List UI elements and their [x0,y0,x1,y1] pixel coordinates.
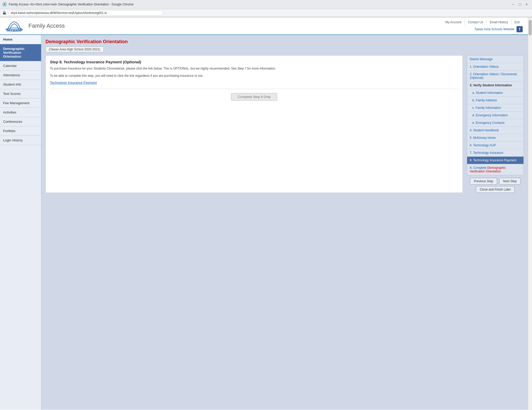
sidebar-item-activities[interactable]: Activities [0,108,41,117]
restore-button[interactable]: □ [517,2,523,7]
content-box: Step 8. Technology Insurance Payment (Op… [45,55,463,193]
school-website-link[interactable]: Tawas Area Schools Website [474,27,514,31]
facebook-icon[interactable]: f [516,26,523,32]
complete-step-button[interactable]: Complete Step 8 Only [231,93,277,101]
left-sidebar: Home Demographic Verification Orientatio… [0,35,41,410]
page-title: Demographic Verification Orientation [45,39,524,44]
address-bar-input[interactable] [8,10,163,16]
step-title: Step 8. Technology Insurance Payment (Op… [50,60,458,64]
skyward-logo: SKYWARD [5,20,23,32]
contact-us-link[interactable]: Contact Us [465,19,486,25]
my-account-link[interactable]: My Account [442,19,465,25]
header-nav-links: My Account Contact Us Email History Exit [442,19,523,25]
right-item-emergency-contacts[interactable]: e. Emergency Contacts [467,119,523,127]
right-item-student-handbook[interactable]: 4. Student Handbook [467,127,523,134]
minimize-button[interactable]: − [510,2,516,7]
right-item-tech-insurance-payment[interactable]: 8. Technology Insurance Payment [467,157,523,164]
sidebar-item-test-scores[interactable]: Test Scores [0,89,41,98]
right-item-family-address[interactable]: b. Family Address [467,97,523,104]
sidebar-item-attendance[interactable]: Attendance [0,71,41,80]
right-item-orientation-docs[interactable]: 2. Orientation Videos / Documents (Optio… [467,71,523,82]
right-sidebar: District Message 1. Orientation Videos 2… [467,55,524,193]
sidebar-item-calendar[interactable]: Calendar [0,61,41,71]
right-item-complete-plain: 9. Complete [470,166,487,170]
right-item-orientation-videos[interactable]: 1. Orientation Videos [467,63,523,71]
sidebar-item-login-history[interactable]: Login History [0,136,41,145]
right-item-tech-insurance[interactable]: 7. Technology Insurance [467,149,523,157]
right-item-emergency-info[interactable]: d. Emergency Information [467,112,523,119]
exit-link[interactable]: Exit [511,19,523,25]
right-item-family-info[interactable]: c. Family Information [467,104,523,112]
previous-step-button[interactable]: Previous Step [470,178,497,185]
sidebar-item-fee-management[interactable]: Fee Management [0,98,41,108]
right-item-student-info[interactable]: a. Student Information [467,89,523,97]
sidebar-item-student-info[interactable]: Student Info [0,80,41,89]
sidebar-item-demographic[interactable]: Demographic Verification Orientation [0,44,41,61]
right-item-district-message[interactable]: District Message [467,56,523,63]
insurance-payment-link[interactable]: Technology Insurance Payment [50,81,458,85]
svg-rect-5 [3,13,6,14]
email-history-link[interactable]: Email History [486,19,511,25]
svg-line-3 [3,4,4,6]
app-title: Family Access [28,22,65,29]
svg-line-4 [5,4,6,6]
next-step-button[interactable]: Next Step [499,178,521,185]
right-item-mckinney[interactable]: 5. McKinney-Vento [467,134,523,142]
right-item-verify-header: 3. Verify Student Information [467,82,523,89]
right-item-tech-aup[interactable]: 6. Technology AUP [467,142,523,149]
right-item-complete-dvo[interactable]: 9. Complete Demographic Verification Ori… [467,164,523,175]
scrollbar[interactable] [528,17,532,410]
close-button[interactable]: × [524,2,529,7]
sidebar-item-home[interactable]: Home [0,35,41,44]
scroll-thumb [529,20,532,35]
main-area: Demographic Verification Orientation (Ta… [41,35,528,410]
step-desc-2: To be able to complete this step, you wi… [50,73,458,78]
step-desc-1: To purchase Insurance for your Students … [50,66,458,71]
close-finish-later-button[interactable]: Close and Finish Later [476,186,515,193]
school-tag: (Tawas Area High School 2020-2021) [45,47,104,52]
svg-point-1 [4,4,5,5]
sidebar-item-portfolio[interactable]: Portfolio [0,126,41,136]
chrome-icon [3,2,7,6]
sidebar-item-conferences[interactable]: Conferences [0,117,41,126]
lock-icon [3,11,6,15]
browser-title: Family Access <b><font color=red> Demogr… [9,3,134,6]
skyward-wordmark: SKYWARD [7,29,22,32]
